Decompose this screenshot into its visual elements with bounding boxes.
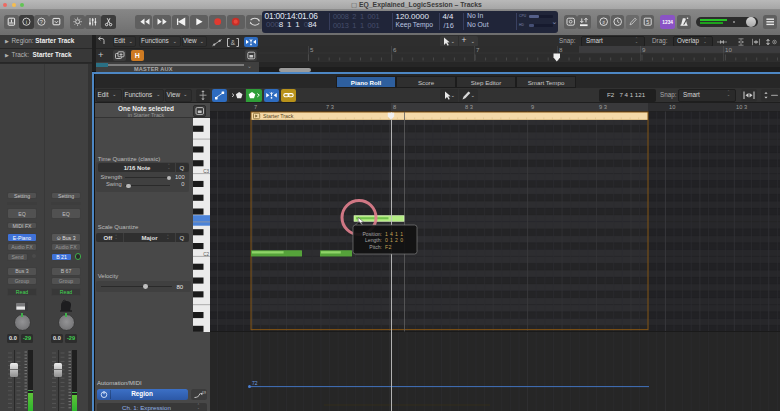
svg-text:0 1 2 0: 0 1 2 0 xyxy=(385,237,403,243)
svg-text:?: ? xyxy=(40,19,43,25)
svg-text:8 3: 8 3 xyxy=(465,104,473,110)
svg-text:7: 7 xyxy=(254,104,257,110)
svg-text:10: 10 xyxy=(669,104,675,110)
svg-text:&: & xyxy=(231,39,236,46)
svg-text:C3: C3 xyxy=(203,169,209,174)
svg-text:9 3: 9 3 xyxy=(599,104,607,110)
svg-text:72: 72 xyxy=(252,380,258,386)
svg-text:Pitch:: Pitch: xyxy=(369,244,382,250)
svg-text:10 3: 10 3 xyxy=(736,104,747,110)
svg-text:19: 19 xyxy=(202,391,206,395)
svg-text:8: 8 xyxy=(393,104,396,110)
svg-text:Starter Track: Starter Track xyxy=(263,113,294,119)
svg-text:1234: 1234 xyxy=(662,20,673,25)
svg-text:♯: ♯ xyxy=(603,20,606,25)
svg-text:9: 9 xyxy=(531,104,534,110)
svg-text:Position:: Position: xyxy=(362,231,382,237)
svg-text:F2: F2 xyxy=(385,244,392,250)
svg-text:i: i xyxy=(26,19,27,25)
svg-text:1 4 1 1: 1 4 1 1 xyxy=(385,231,403,237)
svg-text:5: 5 xyxy=(646,19,649,25)
svg-text:C2: C2 xyxy=(203,252,209,257)
svg-text:7 3: 7 3 xyxy=(326,104,334,110)
svg-text:Length:: Length: xyxy=(365,237,382,243)
